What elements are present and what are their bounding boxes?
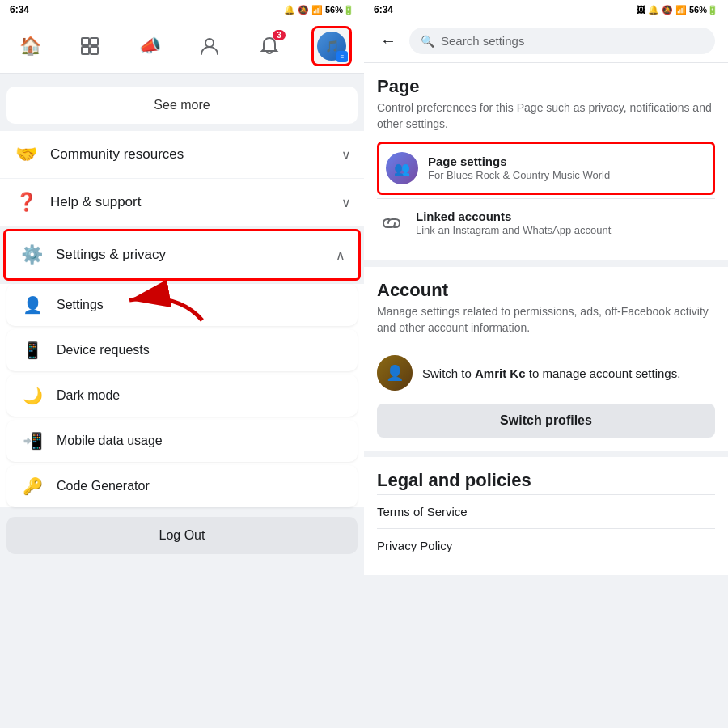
account-section-title: Account — [377, 280, 715, 301]
switch-text-suffix: to manage account settings. — [529, 366, 681, 380]
notifications-nav-icon[interactable]: 3 — [252, 28, 287, 64]
status-bars: 6:34 🔔 🔕 📶 56%🔋 6:34 🖼 🔔 🔕 📶 56%🔋 — [0, 0, 728, 19]
linked-accounts-title: Linked accounts — [416, 210, 611, 223]
code-generator-icon: 🔑 — [19, 476, 45, 496]
help-support-chevron: ∨ — [341, 195, 351, 210]
settings-privacy-icon: ⚙️ — [19, 244, 44, 265]
search-icon: 🔍 — [421, 35, 434, 48]
right-header: ← 🔍 Search settings — [364, 19, 728, 63]
account-switch-item: 👤 Switch to Amrit Kc to manage account s… — [377, 345, 715, 400]
account-section-subtitle: Manage settings related to permissions, … — [377, 304, 715, 336]
community-resources-chevron: ∨ — [341, 147, 351, 163]
community-resources-label: Community resources — [50, 146, 184, 163]
code-generator-label: Code Generator — [57, 479, 150, 493]
device-requests-icon: 📱 — [19, 341, 45, 360]
see-more-button[interactable]: See more — [6, 87, 358, 124]
community-resources-menu-item[interactable]: 🤝 Community resources ∨ — [0, 131, 364, 178]
dark-mode-icon: 🌙 — [19, 386, 45, 405]
svg-rect-3 — [91, 47, 98, 54]
page-settings-desc: For Blues Rock & Country Music World — [428, 168, 610, 183]
page-avatar: 👥 — [386, 152, 418, 184]
grid-nav-icon[interactable] — [72, 28, 108, 64]
settings-privacy-chevron: ∧ — [336, 248, 345, 263]
svg-rect-0 — [82, 38, 89, 45]
page-section: Page Control preferences for this Page s… — [364, 63, 728, 260]
account-section: Account Manage settings related to permi… — [364, 267, 728, 451]
settings-label: Settings — [57, 298, 104, 312]
page-profile-nav-icon[interactable]: 🎵 ≡ — [311, 26, 352, 66]
page-settings-text: Page settings For Blues Rock & Country M… — [428, 154, 610, 183]
left-panel: 🏠 📣 3 — [0, 19, 364, 728]
settings-submenu: 👤 Settings 📱 Devi — [0, 284, 364, 507]
switch-text-prefix: Switch to — [422, 366, 472, 380]
settings-icon: 👤 — [19, 295, 45, 315]
settings-privacy-label: Settings & privacy — [56, 247, 166, 263]
help-support-menu-item[interactable]: ❓ Help & support ∨ — [0, 179, 364, 226]
search-input[interactable]: Search settings — [441, 34, 524, 48]
profile-nav-icon[interactable] — [192, 28, 227, 64]
device-requests-submenu-item[interactable]: 📱 Device requests — [6, 329, 358, 371]
mobile-data-label: Mobile data usage — [57, 434, 163, 448]
page-section-subtitle: Control preferences for this Page such a… — [377, 100, 715, 132]
nav-bar: 🏠 📣 3 — [0, 19, 364, 74]
mobile-data-submenu-item[interactable]: 📲 Mobile data usage — [6, 420, 358, 462]
dark-mode-label: Dark mode — [57, 388, 120, 403]
help-support-icon: ❓ — [13, 192, 39, 213]
code-generator-submenu-item[interactable]: 🔑 Code Generator — [6, 465, 358, 507]
legal-section: Legal and policies Terms of Service Priv… — [364, 457, 728, 575]
privacy-policy-item[interactable]: Privacy Policy — [377, 528, 715, 562]
legal-section-title: Legal and policies — [377, 470, 715, 491]
switch-profiles-button[interactable]: Switch profiles — [377, 404, 715, 438]
terms-of-service-item[interactable]: Terms of Service — [377, 494, 715, 528]
log-out-button[interactable]: Log Out — [6, 517, 358, 554]
right-content: Page Control preferences for this Page s… — [364, 63, 728, 728]
right-status-bar: 6:34 🖼 🔔 🔕 📶 56%🔋 — [364, 0, 728, 19]
page-settings-title: Page settings — [428, 154, 610, 168]
home-nav-icon[interactable]: 🏠 — [12, 28, 48, 64]
help-support-label: Help & support — [50, 194, 141, 210]
left-status-bar: 6:34 🔔 🔕 📶 56%🔋 — [0, 0, 364, 19]
right-panel: ← 🔍 Search settings Page Control prefere… — [364, 19, 728, 728]
svg-point-4 — [205, 39, 214, 47]
dark-mode-submenu-item[interactable]: 🌙 Dark mode — [6, 375, 358, 417]
linked-accounts-icon — [377, 209, 406, 238]
device-requests-label: Device requests — [57, 343, 150, 358]
left-content: See more 🤝 Community resources ∨ ❓ Help … — [0, 74, 364, 728]
right-status-icons: 🖼 🔔 🔕 📶 56%🔋 — [637, 5, 718, 15]
arrow-annotation: 👤 Settings — [0, 284, 364, 326]
account-switch-text: Switch to Amrit Kc to manage account set… — [422, 365, 680, 382]
mobile-data-icon: 📲 — [19, 431, 45, 451]
settings-privacy-menu-item[interactable]: ⚙️ Settings & privacy ∧ — [3, 229, 361, 281]
back-button[interactable]: ← — [377, 28, 400, 53]
linked-accounts-desc: Link an Instagram and WhatsApp account — [416, 223, 611, 238]
svg-rect-2 — [82, 47, 89, 54]
megaphone-nav-icon[interactable]: 📣 — [132, 28, 167, 64]
left-time: 6:34 — [10, 4, 29, 15]
linked-accounts-text: Linked accounts Link an Instagram and Wh… — [416, 210, 611, 238]
search-bar[interactable]: 🔍 Search settings — [409, 28, 715, 54]
switch-name: Amrit Kc — [475, 366, 526, 380]
community-resources-icon: 🤝 — [13, 144, 39, 165]
notification-badge: 3 — [273, 30, 286, 40]
page-settings-item[interactable]: 👥 Page settings For Blues Rock & Country… — [377, 142, 715, 195]
left-status-icons: 🔔 🔕 📶 56%🔋 — [284, 5, 354, 15]
settings-submenu-item[interactable]: 👤 Settings — [6, 284, 358, 326]
svg-rect-1 — [91, 38, 98, 45]
page-section-title: Page — [377, 76, 715, 97]
linked-accounts-item[interactable]: Linked accounts Link an Instagram and Wh… — [377, 198, 715, 248]
right-time: 6:34 — [374, 4, 393, 15]
profile-avatar: 👤 — [377, 355, 413, 391]
